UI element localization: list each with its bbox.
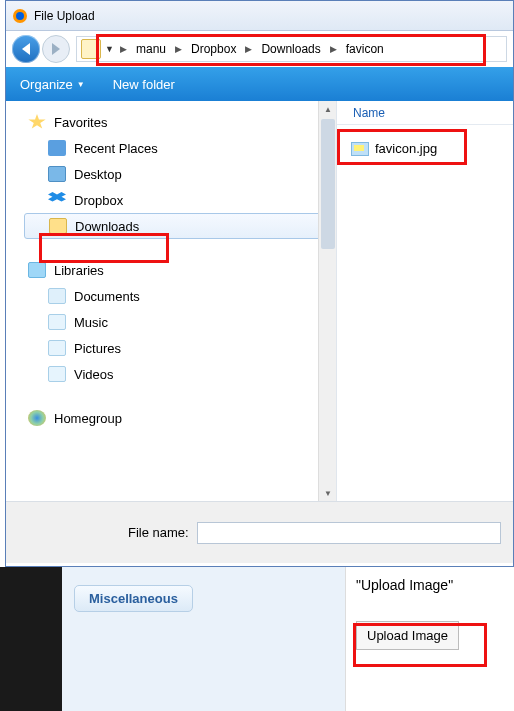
tree-scrollbar[interactable]: ▲ ▼ [318, 101, 336, 501]
back-button[interactable] [12, 35, 40, 63]
title-bar[interactable]: File Upload [6, 1, 513, 31]
tree-item-pictures[interactable]: Pictures [24, 335, 332, 361]
crumb-sep-icon: ▶ [240, 44, 257, 54]
image-file-icon [351, 142, 369, 156]
column-header-name[interactable]: Name [337, 101, 513, 125]
file-upload-dialog: File Upload ▼ ▶ manu ▶ Dropbox ▶ Downloa… [5, 0, 514, 567]
upload-image-text: "Upload Image" [356, 577, 504, 593]
crumb-seg[interactable]: manu [132, 42, 170, 56]
folder-icon [81, 39, 101, 59]
favorites-header[interactable]: Favorites [24, 109, 332, 135]
libraries-group: Libraries Documents Music Pictures Video… [24, 257, 332, 387]
tree-item-music[interactable]: Music [24, 309, 332, 335]
recent-icon [48, 140, 66, 156]
dialog-body: Favorites Recent Places Desktop Dropbox … [6, 101, 513, 501]
tree-item-downloads[interactable]: Downloads [24, 213, 332, 239]
file-pane: Name favicon.jpg [336, 101, 513, 501]
nav-row: ▼ ▶ manu ▶ Dropbox ▶ Downloads ▶ favicon [6, 31, 513, 67]
favorites-group: Favorites Recent Places Desktop Dropbox … [24, 109, 332, 239]
crumb-seg[interactable]: Dropbox [187, 42, 240, 56]
crumb-sep-icon: ▶ [115, 44, 132, 54]
dark-strip [0, 567, 62, 711]
crumb-sep-icon: ▶ [325, 44, 342, 54]
tree-item-videos[interactable]: Videos [24, 361, 332, 387]
breadcrumb[interactable]: ▼ ▶ manu ▶ Dropbox ▶ Downloads ▶ favicon [76, 36, 507, 62]
tree-item-desktop[interactable]: Desktop [24, 161, 332, 187]
arrow-left-icon [22, 43, 30, 55]
file-name: favicon.jpg [375, 141, 437, 156]
filename-label: File name: [128, 525, 189, 540]
homegroup-header[interactable]: Homegroup [24, 405, 332, 431]
scroll-thumb[interactable] [321, 119, 335, 249]
crumb-seg[interactable]: Downloads [257, 42, 324, 56]
chevron-down-icon: ▼ [77, 80, 85, 89]
libraries-header[interactable]: Libraries [24, 257, 332, 283]
right-panel: "Upload Image" Upload Image [345, 567, 514, 711]
dropbox-icon [48, 192, 66, 208]
pictures-icon [48, 340, 66, 356]
dialog-footer: File name: [6, 501, 513, 563]
music-icon [48, 314, 66, 330]
star-icon [28, 114, 46, 130]
toolbar: Organize ▼ New folder [6, 67, 513, 101]
firefox-icon [12, 8, 28, 24]
chevron-down-icon[interactable]: ▼ [105, 44, 115, 54]
scroll-up-icon[interactable]: ▲ [319, 101, 336, 117]
tree-item-recent[interactable]: Recent Places [24, 135, 332, 161]
new-folder-button[interactable]: New folder [113, 77, 175, 92]
file-item[interactable]: favicon.jpg [347, 139, 503, 158]
file-list[interactable]: favicon.jpg [337, 125, 513, 172]
crumb-seg[interactable]: favicon [342, 42, 388, 56]
filename-input[interactable] [197, 522, 501, 544]
libraries-icon [28, 262, 46, 278]
scroll-down-icon[interactable]: ▼ [319, 485, 336, 501]
page-below: Miscellaneous "Upload Image" Upload Imag… [0, 567, 514, 711]
arrow-right-icon [52, 43, 60, 55]
tree-item-dropbox[interactable]: Dropbox [24, 187, 332, 213]
folder-icon [49, 218, 67, 234]
left-panel: Miscellaneous [62, 567, 345, 711]
tree-item-documents[interactable]: Documents [24, 283, 332, 309]
nav-tree: Favorites Recent Places Desktop Dropbox … [6, 101, 336, 501]
upload-image-button[interactable]: Upload Image [356, 621, 459, 650]
svg-point-1 [16, 12, 24, 20]
organize-menu[interactable]: Organize ▼ [20, 77, 85, 92]
documents-icon [48, 288, 66, 304]
desktop-icon [48, 166, 66, 182]
homegroup-group: Homegroup [24, 405, 332, 431]
organize-label: Organize [20, 77, 73, 92]
window-title: File Upload [34, 9, 95, 23]
homegroup-icon [28, 410, 46, 426]
misc-tab[interactable]: Miscellaneous [74, 585, 193, 612]
videos-icon [48, 366, 66, 382]
crumb-sep-icon: ▶ [170, 44, 187, 54]
forward-button[interactable] [42, 35, 70, 63]
